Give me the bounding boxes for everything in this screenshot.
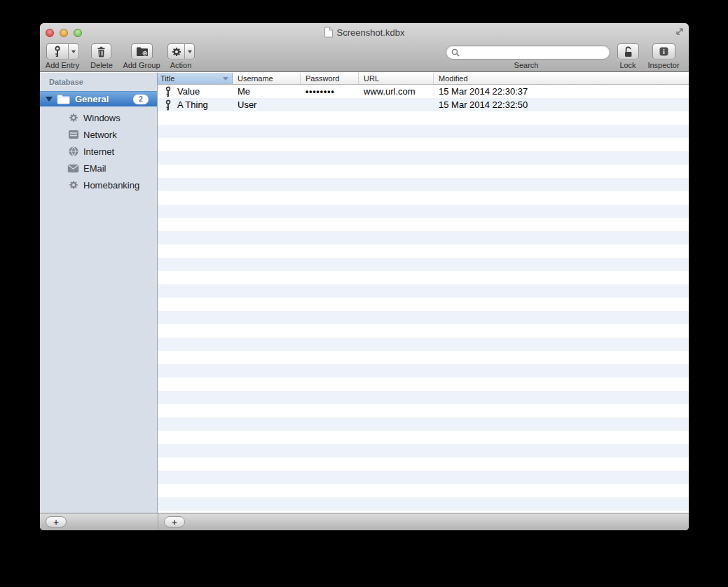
entry-count-badge: 2 <box>133 95 149 104</box>
entry-title: A Thing <box>177 99 208 110</box>
table-row[interactable]: A Thing User 15 Mar 2014 22:32:50 <box>158 98 689 111</box>
add-entry-plus-button[interactable]: + <box>164 516 185 527</box>
add-group-label: Add Group <box>123 61 160 69</box>
info-icon <box>659 46 669 57</box>
inspector-label: Inspector <box>647 61 679 69</box>
folder-plus-icon <box>136 46 149 57</box>
open-padlock-icon <box>622 46 634 57</box>
sidebar-group-label: General <box>75 94 133 104</box>
add-entry-dropdown[interactable] <box>68 44 78 59</box>
sidebar-section-header: Database <box>49 78 83 86</box>
key-icon[interactable] <box>47 44 68 59</box>
sidebar-item-homebanking[interactable]: Homebanking <box>40 177 157 193</box>
action-button[interactable] <box>167 43 195 60</box>
add-entry-label: Add Entry <box>46 61 79 69</box>
delete-button[interactable] <box>91 43 111 60</box>
action-dropdown[interactable] <box>184 44 194 59</box>
column-header-modified[interactable]: Modified <box>434 73 689 84</box>
table-body: Value Me •••••••• www.url.com 15 Mar 201… <box>158 85 689 513</box>
globe-icon <box>67 146 79 158</box>
search-field[interactable] <box>446 45 610 60</box>
table-row[interactable]: Value Me •••••••• www.url.com 15 Mar 201… <box>158 85 689 98</box>
entry-username: Me <box>233 86 301 97</box>
key-icon <box>165 99 172 111</box>
mail-icon <box>67 163 79 174</box>
inspector-button[interactable] <box>652 43 675 60</box>
search-label: Search <box>514 61 539 69</box>
column-header-url[interactable]: URL <box>359 73 434 84</box>
entry-password-masked: •••••••• <box>301 87 359 97</box>
trash-icon <box>96 46 107 57</box>
bottom-bar: + + <box>40 513 689 530</box>
column-header-password[interactable]: Password <box>301 73 359 84</box>
delete-label: Delete <box>90 61 113 69</box>
sidebar-item-label: Windows <box>83 113 121 123</box>
key-icon <box>165 86 172 97</box>
action-label: Action <box>170 61 192 69</box>
server-icon <box>67 129 79 141</box>
entry-table: Title Username Password URL Modified <box>158 73 689 513</box>
sidebar-item-label: Homebanking <box>83 180 139 191</box>
window-title: Screenshot.kdbx <box>337 27 405 38</box>
sort-descending-icon <box>223 77 228 81</box>
sidebar-item-windows[interactable]: Windows <box>40 109 157 126</box>
folder-icon <box>57 94 70 104</box>
add-group-button[interactable] <box>131 43 153 60</box>
lock-label: Lock <box>619 61 636 69</box>
gear-icon <box>67 112 79 124</box>
entry-modified: 15 Mar 2014 22:30:37 <box>434 86 689 97</box>
sidebar-item-label: EMail <box>83 163 107 174</box>
disclosure-triangle-icon[interactable] <box>46 97 53 102</box>
add-group-plus-button[interactable]: + <box>46 516 67 527</box>
title-bar: Screenshot.kdbx Add Entry <box>40 23 689 72</box>
gear-icon <box>67 179 79 191</box>
close-button[interactable] <box>46 29 54 37</box>
entry-username: User <box>233 99 301 110</box>
sidebar-item-label: Network <box>83 130 117 140</box>
document-icon <box>324 27 334 38</box>
footer-divider <box>158 513 158 530</box>
sidebar-item-label: Internet <box>83 146 114 157</box>
sidebar-group-general[interactable]: General 2 <box>40 91 157 106</box>
fullscreen-icon[interactable] <box>674 26 685 37</box>
entry-modified: 15 Mar 2014 22:32:50 <box>434 99 689 110</box>
app-window: Screenshot.kdbx Add Entry <box>40 23 689 530</box>
search-input[interactable] <box>460 47 610 58</box>
chevron-down-icon <box>188 50 192 53</box>
sidebar-item-network[interactable]: Network <box>40 126 157 143</box>
lock-button[interactable] <box>617 43 639 60</box>
content-area: Database General 2 <box>40 73 689 513</box>
minimize-button[interactable] <box>60 29 68 37</box>
sidebar-item-internet[interactable]: Internet <box>40 143 157 160</box>
column-header-username[interactable]: Username <box>233 73 301 84</box>
gear-icon[interactable] <box>168 44 184 59</box>
table-header: Title Username Password URL Modified <box>158 73 689 85</box>
entry-url: www.url.com <box>359 86 434 97</box>
column-header-title[interactable]: Title <box>158 73 233 84</box>
magnifier-icon <box>451 48 460 57</box>
sidebar-item-email[interactable]: EMail <box>40 160 157 177</box>
zoom-button[interactable] <box>74 29 82 37</box>
window-title-group: Screenshot.kdbx <box>324 26 405 39</box>
sidebar: Database General 2 <box>40 73 158 513</box>
add-entry-button[interactable] <box>46 43 79 60</box>
chevron-down-icon <box>71 50 76 53</box>
entry-title: Value <box>177 86 200 97</box>
